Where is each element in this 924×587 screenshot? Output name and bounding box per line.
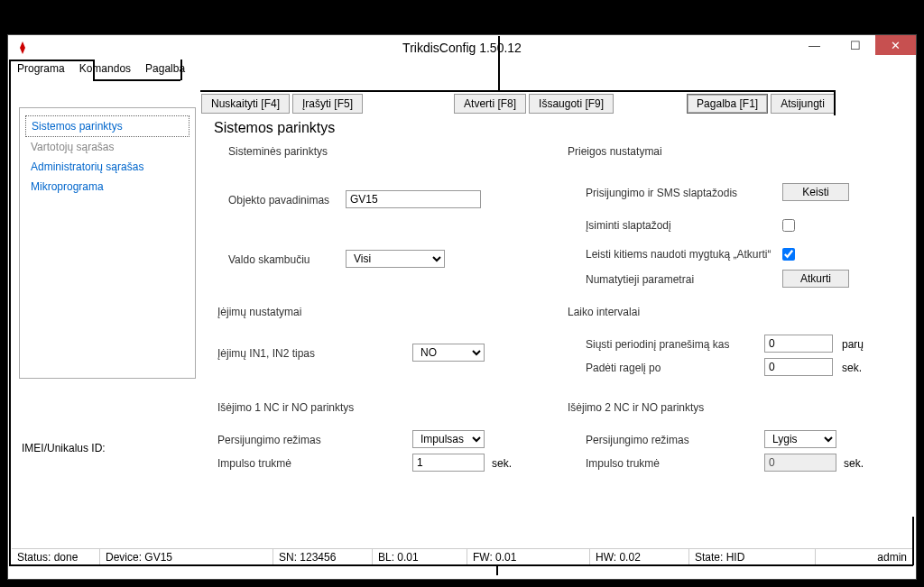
window-title: TrikdisConfig 1.50.12 <box>8 41 916 55</box>
status-hw: HW: 0.02 <box>590 549 689 564</box>
in-type-label: Įėjimų IN1, IN2 tipas <box>217 347 315 360</box>
out2-pulse-unit: sek. <box>844 457 864 470</box>
out2-pulse-label: Impulso trukmė <box>586 457 660 470</box>
page-title: Sistemos parinktys <box>214 120 909 136</box>
toolbar-write[interactable]: Įrašyti [F5] <box>292 94 363 114</box>
out2-mode-label: Persijungimo režimas <box>586 434 689 446</box>
maximize-button[interactable]: ☐ <box>835 35 875 55</box>
in-type-select[interactable]: NO <box>412 344 485 362</box>
out2-pulse-input <box>764 454 836 472</box>
status-user: admin <box>872 549 912 564</box>
change-button[interactable]: Keisti <box>782 183 849 201</box>
out1-mode-label: Persijungimo režimas <box>217 434 321 446</box>
sidebar-item-sistemos[interactable]: Sistemos parinktys <box>25 115 189 137</box>
remember-checkbox[interactable] <box>782 219 795 232</box>
hangup-unit: sek. <box>842 362 862 374</box>
group-time: Laiko intervalai <box>568 306 640 318</box>
group-inputs: Įėjimų nustatymai <box>217 306 301 318</box>
toolbar-logout[interactable]: Atsijungti <box>771 94 835 114</box>
controls-call-select[interactable]: Visi <box>346 250 445 268</box>
toolbar-read[interactable]: Nuskaityti [F4] <box>201 94 290 114</box>
group-out1: Išėjimo 1 NC ir NO parinktys <box>217 401 354 414</box>
remember-label: Įsiminti slaptažodį <box>586 219 671 232</box>
out1-pulse-label: Impulso trukmė <box>217 457 291 470</box>
object-name-label: Objekto pavadinimas <box>228 194 329 206</box>
status-sn: SN: 123456 <box>273 549 373 564</box>
out2-mode-select[interactable]: Lygis <box>764 430 836 448</box>
out1-pulse-input[interactable] <box>412 454 485 472</box>
status-bl: BL: 0.01 <box>373 549 467 564</box>
app-icon <box>14 39 32 57</box>
sidebar-item-vartotoju[interactable]: Vartotojų sąrašas <box>25 137 189 157</box>
status-device: Device: GV15 <box>100 549 273 564</box>
status-fw: FW: 0.01 <box>467 549 590 564</box>
defaults-label: Numatytieji parametrai <box>586 273 694 286</box>
status-state: State: HID <box>689 549 816 564</box>
controls-call-label: Valdo skambučiu <box>228 253 310 266</box>
group-access: Prieigos nustatymai <box>568 145 662 158</box>
sidebar-item-admin[interactable]: Administratorių sąrašas <box>25 157 189 177</box>
periodic-unit: parų <box>842 338 864 351</box>
out1-mode-select[interactable]: Impulsas <box>412 430 485 448</box>
out1-pulse-unit: sek. <box>492 457 512 470</box>
object-name-input[interactable] <box>346 190 481 208</box>
imei-label: IMEI/Unikalus ID: <box>22 442 106 454</box>
group-out2: Išėjimo 2 NC ir NO parinktys <box>568 401 704 414</box>
minimize-button[interactable]: — <box>794 35 835 55</box>
status-status: Status: done <box>12 549 100 564</box>
allow-restore-checkbox[interactable] <box>782 248 795 261</box>
restore-button[interactable]: Atkurti <box>782 270 849 288</box>
periodic-label: Siųsti periodinį pranešimą kas <box>586 338 729 351</box>
periodic-input[interactable] <box>764 335 833 353</box>
hangup-label: Padėti ragelį po <box>586 362 661 374</box>
close-button[interactable]: ✕ <box>875 35 916 55</box>
toolbar-open[interactable]: Atverti [F8] <box>454 94 526 114</box>
menu-komandos[interactable]: Komandos <box>78 60 133 78</box>
login-pass-label: Prisijungimo ir SMS slaptažodis <box>586 187 737 199</box>
menu-programa[interactable]: Programa <box>15 60 67 78</box>
sidebar-item-mikro[interactable]: Mikroprograma <box>25 177 189 197</box>
toolbar-save[interactable]: Išsaugoti [F9] <box>529 94 614 114</box>
allow-restore-label: Leisti kitiems naudoti mygtuką „Atkurti“ <box>586 248 771 261</box>
toolbar-help[interactable]: Pagalba [F1] <box>687 94 768 114</box>
group-sys: Sisteminės parinktys <box>228 145 328 158</box>
hangup-input[interactable] <box>764 358 833 376</box>
svg-marker-0 <box>20 41 25 54</box>
